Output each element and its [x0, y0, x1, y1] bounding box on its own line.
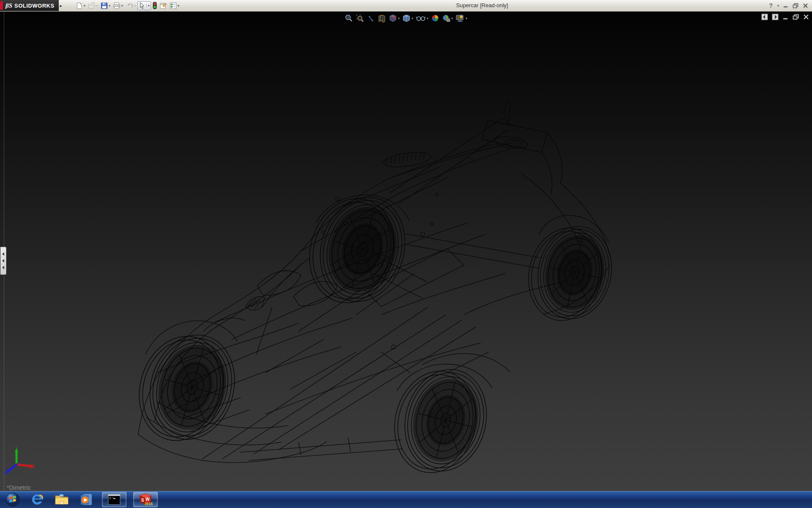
folder-icon [55, 493, 69, 506]
previous-view-button[interactable] [366, 14, 376, 23]
x-axis [16, 464, 30, 466]
display-style-dropdown-arrow[interactable]: ▾ [411, 17, 413, 20]
taskbar-item-file-explorer[interactable] [52, 491, 71, 508]
collapse-arrow-icon [2, 259, 4, 262]
media-player-icon [80, 493, 93, 506]
taskbar-item-internet-explorer[interactable] [28, 491, 47, 508]
logo-red-accent [0, 1, 3, 10]
zoom-to-fit-icon [345, 14, 353, 22]
feature-panel-collapse-tab[interactable] [0, 247, 6, 275]
select-cursor-icon [139, 2, 145, 9]
display-style-icon [402, 14, 411, 22]
apply-scene-dropdown-arrow[interactable]: ▾ [451, 17, 453, 20]
open-icon [88, 2, 96, 9]
start-button[interactable] [3, 491, 22, 508]
window-title: Supercar [Read-only] [456, 2, 508, 8]
file-properties-icon [159, 2, 167, 9]
standard-toolbar: ▾ ▾ ▾ ▾ [75, 1, 180, 10]
save-dropdown-arrow[interactable]: ▾ [109, 4, 110, 8]
hide-show-dropdown-arrow[interactable]: ▾ [427, 17, 428, 20]
save-button[interactable]: ▾ [100, 2, 111, 10]
undo-dropdown-arrow[interactable]: ▾ [134, 4, 136, 8]
graphics-area[interactable]: ▾ ▾ ▾ [0, 11, 812, 491]
undo-button[interactable]: ▾ [125, 2, 137, 10]
hide-show-items-icon [416, 14, 426, 22]
previous-view-icon [367, 14, 375, 22]
svg-text:2015: 2015 [145, 502, 153, 506]
new-dropdown-arrow[interactable]: ▾ [84, 4, 85, 8]
document-minimize-button[interactable] [782, 14, 789, 20]
print-icon [113, 2, 121, 9]
windows-taskbar: C:\ S W 2015 [0, 491, 812, 508]
windows-start-orb-icon [5, 492, 20, 507]
apply-scene-icon [442, 14, 450, 22]
collapse-arrow-icon [2, 266, 4, 269]
titlebar-window-controls: ? ▾ [769, 0, 809, 11]
zoom-to-area-button[interactable] [355, 14, 365, 23]
minimize-button[interactable] [783, 3, 789, 8]
svg-text:W: W [145, 497, 150, 502]
apply-scene-button[interactable]: ▾ [442, 14, 453, 23]
view-settings-dropdown-arrow[interactable]: ▾ [466, 17, 467, 20]
options-dropdown-arrow[interactable]: ▾ [178, 4, 179, 8]
hide-show-items-button[interactable]: ▾ [415, 14, 429, 23]
section-view-icon [378, 14, 386, 22]
rebuild-traffic-light-icon [153, 2, 157, 9]
help-button[interactable]: ? [769, 2, 773, 9]
taskbar-item-media-player[interactable] [77, 491, 96, 508]
zoom-to-area-icon [356, 14, 364, 22]
edit-appearance-icon [431, 14, 439, 22]
svg-text:S: S [141, 498, 144, 502]
pane-toggle-right-icon[interactable] [772, 14, 779, 20]
print-dropdown-arrow[interactable]: ▾ [121, 4, 123, 8]
reference-triad [3, 443, 36, 476]
view-orientation-dropdown-arrow[interactable]: ▾ [398, 17, 400, 20]
select-button[interactable]: ▾ [137, 1, 151, 10]
undo-icon [126, 2, 133, 9]
options-button[interactable]: ▾ [169, 2, 180, 10]
section-view-button[interactable] [377, 14, 387, 23]
z-axis [9, 464, 16, 471]
document-restore-button[interactable] [793, 14, 799, 20]
taskbar-item-solidworks-2015[interactable]: S W 2015 [133, 492, 158, 507]
restore-button[interactable] [793, 3, 799, 8]
options-checklist-icon [170, 2, 177, 9]
solidworks-logo: βS SOLIDWORKS [0, 0, 59, 11]
display-style-button[interactable]: ▾ [402, 14, 414, 23]
internet-explorer-icon [30, 493, 44, 506]
edit-appearance-button[interactable] [431, 14, 440, 23]
title-bar: βS SOLIDWORKS ▸ ▾ ▾ ▾ [0, 0, 812, 11]
open-button[interactable]: ▾ [87, 2, 99, 10]
view-orientation-button[interactable]: ▾ [388, 14, 400, 23]
taskbar-item-command-prompt[interactable]: C:\ [102, 492, 126, 507]
collapse-arrow-icon [2, 252, 4, 256]
document-close-button[interactable] [803, 14, 809, 20]
solidworks-window: βS SOLIDWORKS ▸ ▾ ▾ ▾ [0, 0, 812, 508]
open-dropdown-arrow[interactable]: ▾ [96, 4, 98, 8]
select-dropdown-arrow[interactable]: ▾ [146, 4, 150, 8]
heads-up-view-toolbar: ▾ ▾ ▾ [342, 13, 470, 24]
save-icon [101, 2, 108, 9]
logo-wordmark: SOLIDWORKS [14, 3, 55, 9]
ds-3s-icon: βS [5, 2, 12, 9]
view-orientation-label: *Dimetric [7, 484, 31, 491]
help-dropdown-arrow[interactable]: ▾ [777, 4, 779, 8]
menu-flyout-arrow-icon[interactable]: ▸ [60, 3, 62, 8]
new-document-icon [76, 2, 83, 9]
close-button[interactable] [803, 3, 809, 8]
pane-toggle-left-icon[interactable] [761, 14, 768, 20]
wireframe-car-model[interactable] [0, 11, 812, 491]
view-settings-button[interactable]: ▾ [455, 14, 468, 23]
print-button[interactable]: ▾ [112, 2, 124, 10]
solidworks-2015-icon: S W 2015 [138, 493, 153, 506]
new-document-button[interactable]: ▾ [75, 2, 86, 10]
view-orientation-icon [389, 14, 397, 22]
rebuild-button[interactable] [152, 1, 158, 10]
view-settings-icon [455, 14, 465, 22]
document-window-controls [761, 14, 809, 20]
file-properties-button[interactable] [159, 2, 168, 10]
zoom-to-fit-button[interactable] [344, 14, 354, 23]
command-prompt-icon: C:\ [108, 494, 121, 505]
